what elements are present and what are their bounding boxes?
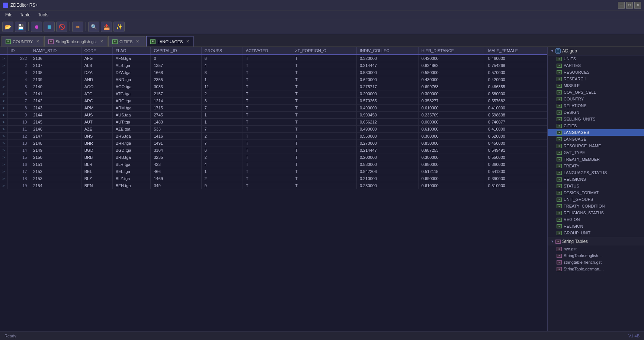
table-row[interactable]: >22137ALBALB.tga13574TT0.2144470.8248620… bbox=[0, 62, 547, 69]
sidebar-item-religions[interactable]: ≡RELIGIONS bbox=[548, 176, 644, 183]
table-row[interactable]: >162151BLRBLR.tga4234TT0.5300000.8800000… bbox=[0, 161, 547, 168]
table-cell: BLR bbox=[81, 161, 112, 168]
sidebar-item-treaty-condition[interactable]: ≡TREATY_CONDITION bbox=[548, 203, 644, 209]
table-row[interactable]: >52140AGOAGO.tga308311TT0.2757170.699763… bbox=[0, 83, 547, 90]
table-cell: T bbox=[292, 147, 357, 154]
sidebar-item-cov-ops-cell[interactable]: ≡COV_OPS_CELL bbox=[548, 89, 644, 96]
arrow-btn[interactable]: ➡ bbox=[72, 22, 83, 32]
table-row[interactable]: >152150BRBBRB.tga32352TT0.2000000.300000… bbox=[0, 154, 547, 161]
sidebar-item-region[interactable]: ≡REGION bbox=[548, 216, 644, 223]
sidebar-item-country[interactable]: ≡COUNTRY bbox=[548, 96, 644, 102]
sidebar-db-header[interactable]: ▼ 🗄 AD.gdb bbox=[548, 47, 644, 55]
sidebar-item-unit-groups[interactable]: ≡UNIT_GROUPS bbox=[548, 196, 644, 203]
error-btn[interactable]: 🚫 bbox=[56, 22, 67, 32]
sidebar-item-design[interactable]: ≡DESIGN bbox=[548, 109, 644, 116]
sidebar-item-selling-units[interactable]: ≡SELLING_UNITS bbox=[548, 116, 644, 122]
tab-languages[interactable]: ≡ LANGUAGES ✕ bbox=[146, 36, 193, 46]
table-row[interactable]: >172152BELBEL.tga4661TT0.8472060.5121150… bbox=[0, 168, 547, 175]
table-row[interactable]: >122147BHSBHS.tga14162TT0.5600000.300000… bbox=[0, 133, 547, 140]
table-row[interactable]: >192154BENBEN.tga3499TT0.2300000.6100000… bbox=[0, 182, 547, 189]
sidebar-item-religion[interactable]: ≡RELIGION bbox=[548, 223, 644, 230]
sidebar-item-languages[interactable]: ≡LANGUAGES bbox=[548, 129, 644, 136]
sidebar-item-relations[interactable]: ≡RELATIONS bbox=[548, 102, 644, 109]
table-icon: ≡ bbox=[557, 191, 562, 195]
tab-languages-close[interactable]: ✕ bbox=[186, 39, 189, 44]
table-cell: T bbox=[243, 90, 292, 97]
table-row[interactable]: >182153BLZBLZ.tga14692TT0.2100000.690000… bbox=[0, 175, 547, 182]
tab-cities[interactable]: ≡ CITIES ✕ bbox=[108, 36, 145, 46]
sidebar-item-parties[interactable]: ≡PARTIES bbox=[548, 62, 644, 69]
table-cell: 0.450000 bbox=[485, 140, 547, 147]
tab-country[interactable]: ≡ COUNTRY ✕ bbox=[1, 36, 44, 46]
sidebar-item-treaty-member[interactable]: ≡TREATY_MEMBER bbox=[548, 156, 644, 163]
menu-table[interactable]: Table bbox=[16, 12, 34, 18]
sidebar-item-gvt-type[interactable]: ≡GVT_TYPE bbox=[548, 149, 644, 156]
table-cell: 14 bbox=[7, 147, 30, 154]
col-code[interactable]: CODE bbox=[81, 47, 112, 55]
open-folder-btn[interactable]: 📂 bbox=[2, 22, 13, 32]
magic-btn[interactable]: ✨ bbox=[113, 22, 125, 32]
sidebar-item-resources[interactable]: ≡RESOURCES bbox=[548, 69, 644, 76]
table-row[interactable]: >72142ARGARG.tga12143TT0.5702650.3582770… bbox=[0, 97, 547, 105]
sidebar-string-item[interactable]: ≡stringtable.french.gst bbox=[548, 259, 644, 266]
col-activated[interactable]: ACTIVATED bbox=[243, 47, 292, 55]
table-row[interactable]: >92144AUSAUS.tga27451TT0.9904500.2357090… bbox=[0, 112, 547, 119]
col-groups[interactable]: GROUPS bbox=[201, 47, 243, 55]
table-row[interactable]: >82143ARMARM.tga17157TT0.4900000.6100000… bbox=[0, 105, 547, 112]
menu-tools[interactable]: Tools bbox=[34, 12, 52, 18]
sidebar-item-design-format[interactable]: ≡DESIGN_FORMAT bbox=[548, 189, 644, 196]
col-name-stid[interactable]: NAME_STID bbox=[30, 47, 81, 55]
tab-country-close[interactable]: ✕ bbox=[36, 39, 39, 44]
search-btn[interactable]: 🔍 bbox=[88, 22, 99, 32]
close-btn[interactable]: ✕ bbox=[634, 2, 641, 9]
string-tables-header[interactable]: ▼ ≡ String Tables bbox=[548, 237, 644, 246]
sidebar-item-label: LANGUAGES_STATUS bbox=[564, 170, 607, 175]
col-flag[interactable]: FLAG bbox=[112, 47, 151, 55]
sidebar-item-group-unit[interactable]: ≡GROUP_UNIT bbox=[548, 230, 644, 236]
col-capital-id[interactable]: CAPITAL_ID bbox=[151, 47, 201, 55]
sidebar-string-item[interactable]: ≡StringTable.english.... bbox=[548, 252, 644, 259]
col-id[interactable]: ID bbox=[7, 47, 30, 55]
col-male-female[interactable]: MALE_FEMALE bbox=[485, 47, 547, 55]
menu-file[interactable]: File bbox=[1, 12, 16, 18]
table-row[interactable]: >32138DZADZA.tga16688TT0.5300000.5800000… bbox=[0, 69, 547, 76]
sidebar-item-resource-name[interactable]: ≡RESOURCE_NAME bbox=[548, 142, 644, 149]
table-row[interactable]: >62141ATGATG.tga21572TT0.2000000.3000000… bbox=[0, 90, 547, 97]
col-indiv-collec[interactable]: INDIV_COLLEC bbox=[356, 47, 418, 55]
col-t-foreign-o[interactable]: >T_FOREIGN_O bbox=[292, 47, 357, 55]
table-container[interactable]: ID NAME_STID CODE FLAG CAPITAL_ID GROUPS… bbox=[0, 47, 547, 331]
sidebar-item-research[interactable]: ≡RESEARCH bbox=[548, 76, 644, 82]
table-cell: T bbox=[292, 175, 357, 182]
table-cell: > bbox=[0, 119, 7, 126]
sidebar-item-units[interactable]: ≡UNITS bbox=[548, 55, 644, 62]
sidebar-string-item[interactable]: ≡nyx.gst bbox=[548, 246, 644, 252]
table-row[interactable]: >142149BGDBGD.tga31046TT0.2144470.687253… bbox=[0, 147, 547, 154]
table-cell: 3104 bbox=[151, 147, 201, 154]
table-row[interactable]: >112146AZEAZE.tga5337TT0.4900000.6100000… bbox=[0, 126, 547, 133]
table-row[interactable]: >42139ANDAND.tga23551TT0.6200000.4300000… bbox=[0, 76, 547, 83]
sidebar-item-missile[interactable]: ≡MISSILE bbox=[548, 82, 644, 89]
sidebar-item-language[interactable]: ≡LANGUAGE bbox=[548, 136, 644, 142]
table-cell: ALB.tga bbox=[112, 62, 151, 69]
sidebar-item-cities[interactable]: ≡CITIES bbox=[548, 122, 644, 129]
col-hier-distance[interactable]: HIER_DISTANCE bbox=[418, 47, 485, 55]
tab-stringtable[interactable]: ≡ StringTable.english.gst ✕ bbox=[44, 36, 108, 46]
table-cell: T bbox=[292, 182, 357, 189]
table-row[interactable]: >102145AUTAUT.tga14831TT0.6562120.000000… bbox=[0, 119, 547, 126]
maximize-btn[interactable]: □ bbox=[626, 2, 633, 9]
sidebar-string-item[interactable]: ≡StringTable.german.... bbox=[548, 266, 644, 272]
save-btn[interactable]: 💾 bbox=[15, 22, 26, 32]
sidebar-item-religions-status[interactable]: ≡RELIGIONS_STATUS bbox=[548, 209, 644, 216]
table-row[interactable]: >132148BHRBHR.tga14917TT0.2700000.830000… bbox=[0, 140, 547, 147]
record-btn[interactable]: ⏺ bbox=[31, 22, 42, 32]
stop-btn[interactable]: ⏹ bbox=[44, 22, 55, 32]
table-row[interactable]: >2222136AFGAFG.tga06TT0.3200000.4200000.… bbox=[0, 55, 547, 62]
table-cell: 4 bbox=[7, 76, 30, 83]
tab-stringtable-close[interactable]: ✕ bbox=[100, 39, 103, 44]
export-btn[interactable]: 📤 bbox=[101, 22, 112, 32]
minimize-btn[interactable]: ─ bbox=[618, 2, 625, 9]
tab-cities-close[interactable]: ✕ bbox=[136, 39, 139, 44]
sidebar-item-languages-status[interactable]: ≡LANGUAGES_STATUS bbox=[548, 169, 644, 176]
sidebar-item-status[interactable]: ≡STATUS bbox=[548, 183, 644, 189]
sidebar-item-treaty[interactable]: ≡TREATY bbox=[548, 163, 644, 169]
